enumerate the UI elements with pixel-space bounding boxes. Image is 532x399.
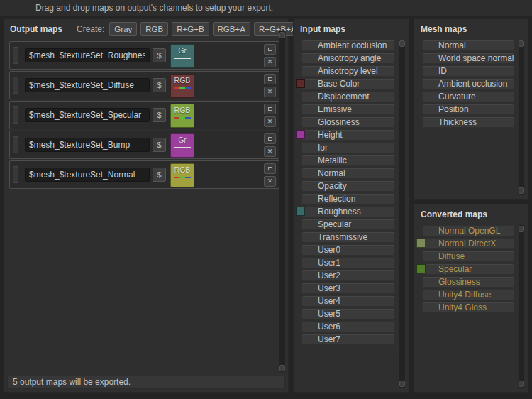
- scroll-up-button[interactable]: [279, 32, 285, 38]
- channel-tile[interactable]: RGB: [170, 104, 194, 128]
- input-map-item[interactable]: User4: [301, 295, 395, 307]
- channel-config-button[interactable]: [264, 74, 276, 84]
- input-map-item[interactable]: Emissive: [301, 104, 395, 115]
- mesh-map-item[interactable]: World space normal: [422, 53, 514, 64]
- input-maps-panel: Input maps Ambient occlusion Anisotropy …: [293, 18, 409, 393]
- output-map-row: $ Gr ✕: [9, 41, 279, 70]
- remove-output-button[interactable]: ✕: [264, 146, 276, 157]
- input-map-label: Emissive: [302, 104, 394, 114]
- input-map-item[interactable]: Reflection: [301, 193, 395, 204]
- pattern-variable-button[interactable]: $: [153, 138, 166, 152]
- input-map-item[interactable]: Opacity: [301, 180, 395, 192]
- channel-config-button[interactable]: [264, 104, 276, 114]
- remove-output-button[interactable]: ✕: [264, 87, 276, 97]
- close-icon: ✕: [265, 177, 275, 186]
- mesh-map-label: World space normal: [423, 53, 514, 63]
- mesh-map-item[interactable]: Normal: [422, 40, 514, 51]
- converted-maps-scrollbar[interactable]: [518, 224, 525, 388]
- input-map-item[interactable]: User6: [301, 321, 395, 332]
- input-map-label: User4: [302, 296, 394, 306]
- channel-config-button[interactable]: [264, 163, 276, 174]
- scroll-down-button[interactable]: [279, 365, 285, 371]
- channel-tile[interactable]: Gr: [170, 44, 194, 68]
- drag-handle[interactable]: [13, 136, 18, 153]
- remove-output-button[interactable]: ✕: [264, 176, 276, 187]
- input-map-item[interactable]: Ambient occlusion: [301, 40, 395, 51]
- mesh-map-item[interactable]: Curvature: [422, 91, 514, 102]
- output-name-input[interactable]: [25, 78, 150, 92]
- channel-gradient-line: [174, 58, 191, 59]
- create-rgb-button[interactable]: RGB: [140, 22, 168, 36]
- input-map-item[interactable]: Roughness: [301, 206, 395, 217]
- channel-config-button[interactable]: [264, 133, 276, 144]
- drag-handle[interactable]: [13, 106, 18, 124]
- converted-map-label: Normal DirectX: [423, 239, 514, 248]
- output-name-input[interactable]: [25, 168, 150, 182]
- input-maps-scrollbar[interactable]: [399, 39, 406, 388]
- create-gray-button[interactable]: Gray: [109, 22, 137, 36]
- output-name-input[interactable]: [25, 138, 150, 152]
- pattern-variable-button[interactable]: $: [153, 108, 166, 122]
- channel-tile[interactable]: Gr: [170, 133, 194, 158]
- converted-map-label: Normal OpenGL: [423, 226, 514, 236]
- converted-maps-panel: Converted maps Normal OpenGL Normal Dire…: [414, 204, 528, 393]
- mesh-map-item[interactable]: ID: [422, 65, 514, 77]
- scroll-up-button[interactable]: [399, 40, 405, 47]
- export-dialog: Drag and drop maps on output's channels …: [0, 0, 532, 399]
- input-map-item[interactable]: User7: [301, 334, 395, 345]
- mesh-maps-scrollbar[interactable]: [518, 39, 525, 195]
- drag-handle[interactable]: [13, 166, 18, 183]
- input-map-item[interactable]: Transmissive: [301, 231, 395, 243]
- drag-handle[interactable]: [13, 47, 18, 64]
- pattern-variable-button[interactable]: $: [153, 168, 166, 182]
- converted-map-item[interactable]: Normal DirectX: [422, 238, 514, 249]
- converted-map-label: Unity4 Diffuse: [423, 290, 514, 300]
- square-icon: [268, 137, 272, 141]
- scroll-down-button[interactable]: [399, 381, 405, 387]
- input-map-item[interactable]: Metallic: [301, 155, 395, 166]
- square-icon: [268, 48, 272, 51]
- remove-output-button[interactable]: ✕: [264, 57, 276, 67]
- drag-handle[interactable]: [13, 77, 18, 94]
- input-map-item[interactable]: Normal: [301, 168, 395, 179]
- input-map-item[interactable]: Anisotropy angle: [301, 53, 395, 64]
- input-map-item[interactable]: Displacement: [301, 91, 395, 102]
- input-map-item[interactable]: User5: [301, 308, 395, 319]
- converted-map-item[interactable]: Specular: [422, 263, 514, 275]
- scroll-down-button[interactable]: [519, 381, 524, 387]
- converted-map-item[interactable]: Glossiness: [422, 276, 514, 288]
- channel-config-button[interactable]: [264, 44, 276, 55]
- input-map-item[interactable]: Anisotropy level: [301, 65, 395, 77]
- row-buttons: ✕: [264, 74, 276, 99]
- pattern-variable-button[interactable]: $: [153, 78, 166, 92]
- input-map-item[interactable]: Height: [301, 129, 395, 141]
- input-map-item[interactable]: Ior: [301, 142, 395, 153]
- remove-output-button[interactable]: ✕: [264, 116, 276, 127]
- scroll-up-button[interactable]: [519, 226, 524, 232]
- channel-tile[interactable]: RGB: [170, 163, 194, 187]
- input-map-item[interactable]: User1: [301, 257, 395, 268]
- create-rgba-button[interactable]: RGB+A: [213, 22, 250, 36]
- create-r-g-b-button[interactable]: R+G+B: [172, 22, 209, 36]
- output-scrollbar[interactable]: [279, 31, 286, 373]
- mesh-map-label: Position: [423, 104, 514, 114]
- converted-map-item[interactable]: Diffuse: [422, 251, 514, 262]
- scroll-up-button[interactable]: [519, 40, 524, 47]
- input-map-item[interactable]: User0: [301, 244, 395, 256]
- channel-tile[interactable]: RGB: [170, 74, 194, 98]
- input-map-item[interactable]: User3: [301, 283, 395, 294]
- scroll-down-button[interactable]: [519, 187, 524, 194]
- mesh-map-item[interactable]: Position: [422, 104, 514, 115]
- mesh-map-item[interactable]: Thickness: [422, 116, 514, 128]
- pattern-variable-button[interactable]: $: [153, 48, 166, 62]
- output-name-input[interactable]: [25, 108, 150, 122]
- input-map-item[interactable]: User2: [301, 270, 395, 281]
- input-map-item[interactable]: Specular: [301, 219, 395, 230]
- mesh-map-item[interactable]: Ambient occlusion: [422, 78, 514, 89]
- converted-map-item[interactable]: Unity4 Gloss: [422, 302, 514, 313]
- input-map-item[interactable]: Glossiness: [301, 116, 395, 128]
- input-map-item[interactable]: Base Color: [301, 78, 395, 89]
- converted-map-item[interactable]: Normal OpenGL: [422, 225, 514, 236]
- converted-map-item[interactable]: Unity4 Diffuse: [422, 289, 514, 300]
- output-name-input[interactable]: [25, 48, 150, 62]
